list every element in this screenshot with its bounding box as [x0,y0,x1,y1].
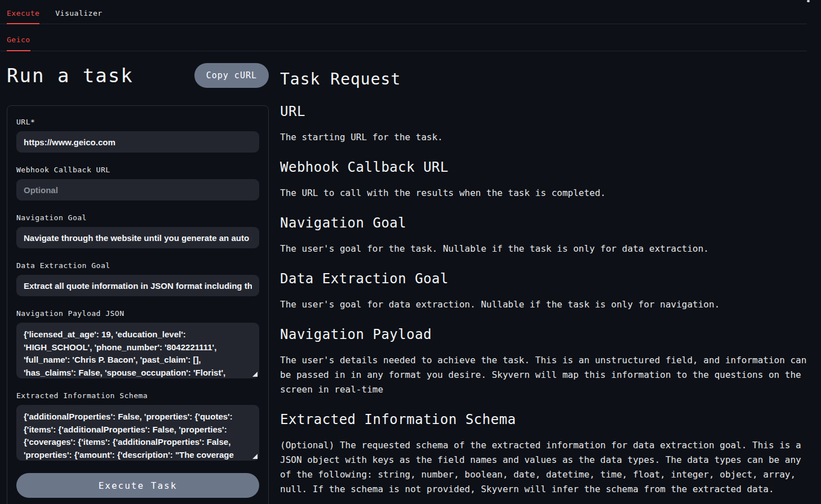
scrollbar-thumb[interactable] [807,0,810,2]
extracted-schema-textarea[interactable]: {'additionalProperties': False, 'propert… [16,405,259,461]
tab-visualizer[interactable]: Visualizer [55,9,102,17]
resize-handle-icon[interactable] [252,454,258,459]
webhook-input[interactable] [16,179,259,200]
field-navigation-payload: Navigation Payload JSON {'licensed_at_ag… [16,309,259,378]
navigation-goal-input[interactable] [16,227,259,248]
navigation-payload-label: Navigation Payload JSON [16,309,259,318]
primary-tabbar: Execute Visualizer [0,0,807,24]
resize-handle-icon[interactable] [252,372,258,377]
doc-heading: Webhook Callback URL [280,159,810,175]
title-row: Run a task Copy cURL [7,63,269,88]
doc-section-extracted-schema: Extracted Information Schema (Optional) … [280,412,810,497]
secondary-tabbar: Geico [0,24,807,51]
navigation-goal-label: Navigation Goal [16,213,259,222]
copy-curl-button[interactable]: Copy cURL [194,63,269,88]
doc-section-webhook: Webhook Callback URL The URL to call wit… [280,159,810,200]
doc-heading: Navigation Goal [280,215,810,231]
field-extracted-schema: Extracted Information Schema {'additiona… [16,391,259,461]
doc-body: The user's goal for data extraction. Nul… [280,297,810,312]
doc-heading: Navigation Payload [280,327,810,342]
doc-section-url: URL The starting URL for the task. [280,104,810,145]
navigation-payload-wrap: {'licensed_at_age': 19, 'education_level… [16,323,259,378]
doc-section-navigation-payload: Navigation Payload The user's details ne… [280,327,810,397]
url-input[interactable] [16,131,259,153]
main-content: Run a task Copy cURL URL* Webhook Callba… [0,51,821,504]
doc-body: The user's details needed to achieve the… [280,353,810,397]
data-extraction-goal-input[interactable] [16,275,259,296]
field-navigation-goal: Navigation Goal [16,213,259,248]
doc-title: Task Request [280,70,810,88]
doc-body: The user's goal for the task. Nullable i… [280,242,810,256]
execute-task-button[interactable]: Execute Task [16,473,259,498]
field-data-extraction-goal: Data Extraction Goal [16,261,259,296]
doc-body: The URL to call with the results when th… [280,186,810,200]
field-url: URL* [16,117,259,153]
app-window: Execute Visualizer Geico Run a task Copy… [0,0,821,504]
task-request-docs: Task Request URL The starting URL for th… [277,70,810,497]
tab-execute[interactable]: Execute [7,9,39,17]
doc-body: (Optional) The requested schema of the e… [280,438,810,497]
doc-body: The starting URL for the task. [280,130,810,145]
tab-geico[interactable]: Geico [7,35,30,44]
extracted-schema-wrap: {'additionalProperties': False, 'propert… [16,405,259,461]
page-title: Run a task [7,64,134,87]
navigation-payload-textarea[interactable]: {'licensed_at_age': 19, 'education_level… [16,323,259,378]
webhook-label: Webhook Callback URL [16,165,259,175]
extracted-schema-label: Extracted Information Schema [16,391,259,400]
doc-heading: Extracted Information Schema [280,412,810,427]
doc-section-navigation-goal: Navigation Goal The user's goal for the … [280,215,810,256]
doc-heading: URL [280,104,810,119]
data-extraction-goal-label: Data Extraction Goal [16,261,259,270]
task-form-card: URL* Webhook Callback URL Navigation Goa… [7,105,269,504]
doc-heading: Data Extraction Goal [280,271,810,287]
doc-section-data-extraction-goal: Data Extraction Goal The user's goal for… [280,271,810,312]
url-label: URL* [16,117,259,127]
task-form-panel: Run a task Copy cURL URL* Webhook Callba… [7,63,269,504]
field-webhook: Webhook Callback URL [16,165,259,200]
